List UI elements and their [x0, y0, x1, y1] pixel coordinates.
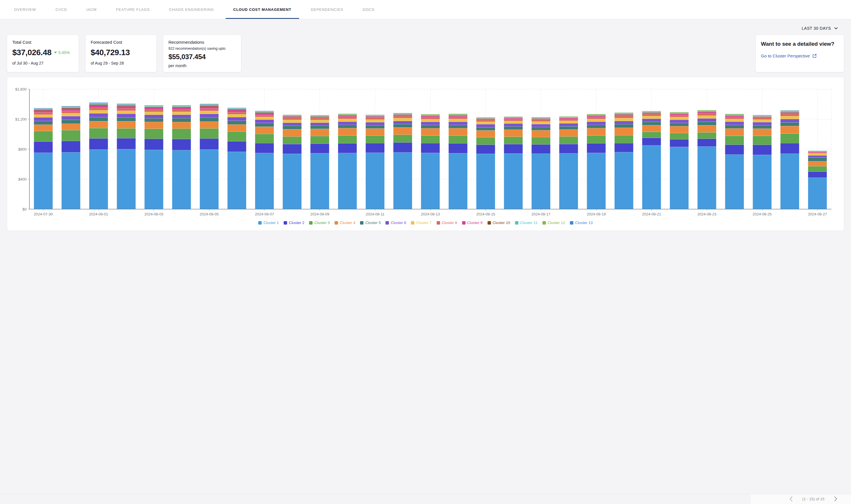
bar-segment-cluster-12-2024-08-12[interactable] — [393, 113, 412, 114]
bar-segment-cluster-1-2024-08-11[interactable] — [366, 153, 385, 209]
bar-segment-cluster-5-2024-08-01[interactable] — [89, 117, 108, 121]
legend-item-cluster-13[interactable]: Cluster 13 — [570, 220, 593, 225]
bar-segment-cluster-13-2024-08-21[interactable] — [642, 111, 661, 111]
bar-segment-cluster-2-2024-08-07[interactable] — [255, 143, 274, 153]
bar-segment-cluster-12-2024-08-23[interactable] — [697, 110, 716, 111]
bar-segment-cluster-11-2024-07-30[interactable] — [34, 109, 53, 110]
bar-segment-cluster-5-2024-08-15[interactable] — [476, 127, 495, 130]
bar-segment-cluster-6-2024-07-30[interactable] — [34, 118, 53, 121]
bar-segment-cluster-4-2024-08-23[interactable] — [697, 125, 716, 132]
bar-segment-cluster-4-2024-08-24[interactable] — [725, 129, 744, 136]
bar-segment-cluster-2-2024-08-22[interactable] — [670, 139, 689, 147]
bar-segment-cluster-4-2024-07-30[interactable] — [34, 125, 53, 131]
bar-segment-cluster-5-2024-08-21[interactable] — [642, 122, 661, 125]
bar-segment-cluster-7-2024-07-31[interactable] — [62, 113, 80, 116]
bar-segment-cluster-4-2024-08-11[interactable] — [366, 129, 385, 136]
tab-ci-cd[interactable]: CI/CD — [48, 0, 75, 19]
bar-segment-cluster-10-2024-07-30[interactable] — [34, 110, 53, 111]
bar-segment-cluster-8-2024-08-07[interactable] — [255, 115, 274, 117]
tab-chaos-engineering[interactable]: CHAOS ENGINEERING — [161, 0, 222, 19]
bar-segment-cluster-9-2024-08-15[interactable] — [476, 119, 495, 120]
bar-segment-cluster-2-2024-08-24[interactable] — [725, 145, 744, 155]
bar-segment-cluster-5-2024-08-26[interactable] — [780, 123, 799, 126]
legend-item-cluster-8[interactable]: Cluster 8 — [437, 220, 457, 225]
bar-segment-cluster-3-2024-07-31[interactable] — [62, 130, 80, 141]
bar-segment-cluster-7-2024-08-15[interactable] — [476, 122, 495, 124]
bar-segment-cluster-4-2024-08-17[interactable] — [532, 130, 551, 137]
bar-segment-cluster-6-2024-08-22[interactable] — [670, 120, 689, 123]
bar-segment-cluster-7-2024-08-10[interactable] — [338, 119, 357, 122]
bar-segment-cluster-13-2024-08-14[interactable] — [449, 114, 468, 114]
bar-segment-cluster-10-2024-08-04[interactable] — [172, 107, 191, 108]
bar-segment-cluster-8-2024-08-23[interactable] — [697, 113, 716, 116]
bar-segment-cluster-9-2024-08-13[interactable] — [421, 116, 440, 117]
bar-segment-cluster-13-2024-08-06[interactable] — [227, 108, 246, 108]
bar-segment-cluster-5-2024-08-07[interactable] — [255, 123, 274, 127]
bar-segment-cluster-3-2024-08-04[interactable] — [172, 129, 191, 139]
bar-segment-cluster-4-2024-08-20[interactable] — [614, 128, 633, 135]
legend-item-cluster-4[interactable]: Cluster 4 — [334, 220, 355, 225]
bar-segment-cluster-13-2024-08-22[interactable] — [670, 112, 689, 112]
bar-segment-cluster-13-2024-08-20[interactable] — [614, 112, 633, 113]
bar-segment-cluster-11-2024-08-05[interactable] — [200, 105, 219, 105]
bar-segment-cluster-8-2024-08-04[interactable] — [172, 110, 191, 112]
bar-segment-cluster-6-2024-08-17[interactable] — [532, 124, 551, 127]
bar-segment-cluster-3-2024-08-09[interactable] — [310, 136, 329, 144]
bar-segment-cluster-5-2024-08-25[interactable] — [753, 125, 771, 129]
bar-segment-cluster-8-2024-08-03[interactable] — [144, 110, 163, 112]
bar-segment-cluster-5-2024-08-18[interactable] — [559, 126, 578, 129]
tab-feature-flags[interactable]: FEATURE FLAGS — [108, 0, 158, 19]
bar-segment-cluster-7-2024-08-05[interactable] — [200, 111, 219, 114]
pagination-prev-button[interactable] — [788, 496, 794, 502]
bar-segment-cluster-1-2024-08-10[interactable] — [338, 153, 357, 209]
bar-segment-cluster-8-2024-08-06[interactable] — [227, 112, 246, 114]
bar-segment-cluster-3-2024-08-16[interactable] — [504, 137, 523, 144]
bar-segment-cluster-6-2024-08-02[interactable] — [117, 114, 136, 118]
bar-segment-cluster-2-2024-08-12[interactable] — [393, 143, 412, 152]
bar-segment-cluster-12-2024-08-18[interactable] — [559, 116, 578, 117]
bar-segment-cluster-7-2024-08-22[interactable] — [670, 117, 689, 120]
tab-iacm[interactable]: IACM — [79, 0, 104, 19]
bar-segment-cluster-9-2024-08-02[interactable] — [117, 106, 136, 108]
bar-segment-cluster-5-2024-08-11[interactable] — [366, 125, 385, 129]
bar-segment-cluster-2-2024-08-20[interactable] — [614, 143, 633, 152]
bar-segment-cluster-9-2024-08-16[interactable] — [504, 118, 523, 119]
bar-segment-cluster-5-2024-08-17[interactable] — [532, 127, 551, 130]
bar-segment-cluster-13-2024-07-30[interactable] — [34, 108, 53, 109]
bar-segment-cluster-7-2024-08-06[interactable] — [227, 114, 246, 117]
bar-segment-cluster-8-2024-08-14[interactable] — [449, 116, 468, 119]
bar-segment-cluster-2-2024-08-17[interactable] — [532, 145, 551, 154]
bar-segment-cluster-3-2024-07-30[interactable] — [34, 131, 53, 141]
tab-overview[interactable]: OVERVIEW — [6, 0, 44, 19]
pagination-next-button[interactable] — [833, 496, 838, 502]
bar-segment-cluster-13-2024-08-18[interactable] — [559, 116, 578, 116]
bar-segment-cluster-3-2024-08-08[interactable] — [283, 137, 302, 144]
bar-segment-cluster-5-2024-08-27[interactable] — [808, 158, 827, 161]
bar-segment-cluster-1-2024-08-09[interactable] — [310, 153, 329, 209]
bar-segment-cluster-9-2024-08-23[interactable] — [697, 112, 716, 113]
bar-segment-cluster-12-2024-08-17[interactable] — [532, 117, 551, 118]
bar-segment-cluster-4-2024-08-06[interactable] — [227, 125, 246, 132]
bar-segment-cluster-9-2024-08-24[interactable] — [725, 116, 744, 117]
bar-segment-cluster-13-2024-08-25[interactable] — [753, 115, 771, 115]
bar-segment-cluster-7-2024-08-07[interactable] — [255, 117, 274, 120]
bar-segment-cluster-8-2024-08-17[interactable] — [532, 120, 551, 122]
bar-segment-cluster-13-2024-08-19[interactable] — [587, 114, 606, 114]
bar-segment-cluster-2-2024-08-13[interactable] — [421, 143, 440, 153]
bar-segment-cluster-7-2024-08-18[interactable] — [559, 121, 578, 123]
bar-segment-cluster-13-2024-08-12[interactable] — [393, 113, 412, 113]
bar-segment-cluster-13-2024-08-24[interactable] — [725, 114, 744, 114]
bar-segment-cluster-8-2024-08-21[interactable] — [642, 114, 661, 116]
bar-segment-cluster-1-2024-08-08[interactable] — [283, 154, 302, 209]
legend-item-cluster-9[interactable]: Cluster 9 — [462, 220, 483, 225]
bar-segment-cluster-4-2024-08-02[interactable] — [117, 121, 136, 128]
bar-segment-cluster-6-2024-08-18[interactable] — [559, 123, 578, 127]
bar-segment-cluster-5-2024-08-13[interactable] — [421, 125, 440, 128]
bar-segment-cluster-6-2024-08-05[interactable] — [200, 114, 219, 118]
bar-segment-cluster-4-2024-08-16[interactable] — [504, 130, 523, 137]
bar-segment-cluster-5-2024-08-16[interactable] — [504, 127, 523, 130]
bar-segment-cluster-9-2024-08-26[interactable] — [780, 112, 799, 114]
bar-segment-cluster-13-2024-08-23[interactable] — [697, 110, 716, 111]
bar-segment-cluster-4-2024-08-14[interactable] — [449, 128, 468, 136]
bar-segment-cluster-4-2024-08-21[interactable] — [642, 125, 661, 132]
